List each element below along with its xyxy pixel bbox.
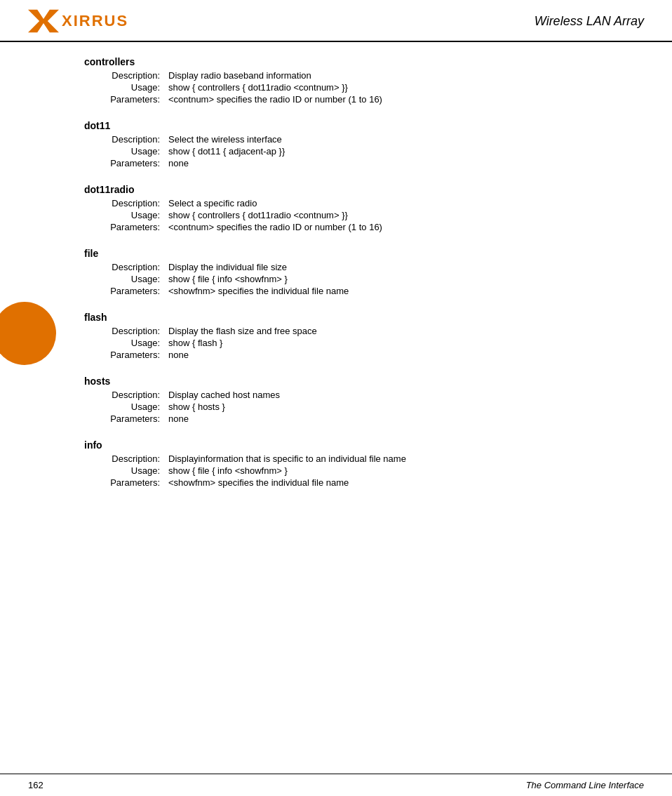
description-value-file: Display the individual file size (168, 262, 287, 272)
parameters-label-dot11: Parameters: (98, 158, 168, 168)
footer-page-number: 162 (28, 780, 43, 790)
svg-marker-0 (28, 10, 59, 32)
parameters-label-dot11radio: Parameters: (98, 222, 168, 232)
usage-label-dot11radio: Usage: (98, 210, 168, 220)
usage-value-controllers: show { controllers { dot11radio <contnum… (168, 82, 348, 93)
command-dot11radio: dot11radio Description: Select a specifi… (84, 184, 644, 232)
description-label-hosts: Description: (98, 390, 168, 400)
command-file: file Description: Display the individual… (84, 248, 644, 296)
parameters-label-flash: Parameters: (98, 350, 168, 360)
command-name-info: info (84, 439, 644, 451)
usage-value-dot11: show { dot11 { adjacent-ap }} (168, 146, 285, 157)
command-name-hosts: hosts (84, 376, 644, 387)
description-value-dot11: Select the wireless interface (168, 134, 282, 145)
usage-row-dot11radio: Usage: show { controllers { dot11radio <… (98, 210, 644, 220)
parameters-label-info: Parameters: (98, 477, 168, 488)
usage-row-dot11: Usage: show { dot11 { adjacent-ap }} (98, 146, 644, 157)
parameters-row-info: Parameters: <showfnm> specifies the indi… (98, 477, 644, 488)
description-value-hosts: Display cached host names (168, 390, 280, 400)
description-row-hosts: Description: Display cached host names (98, 390, 644, 400)
page-header: XIRRUS Wireless LAN Array (0, 0, 672, 42)
description-label-info: Description: (98, 453, 168, 464)
command-hosts: hosts Description: Display cached host n… (84, 376, 644, 424)
description-value-dot11radio: Select a specific radio (168, 198, 257, 208)
command-name-file: file (84, 248, 644, 259)
header-title: Wireless LAN Array (535, 14, 644, 29)
command-name-flash: flash (84, 312, 644, 323)
description-value-controllers: Display radio baseband information (168, 70, 311, 81)
usage-label-hosts: Usage: (98, 402, 168, 412)
usage-row-info: Usage: show { file { info <showfnm> } (98, 465, 644, 476)
parameters-value-file: <showfnm> specifies the individual file … (168, 286, 349, 296)
description-label-controllers: Description: (98, 70, 168, 81)
command-details-dot11radio: Description: Select a specific radio Usa… (98, 198, 644, 232)
usage-value-flash: show { flash } (168, 338, 222, 348)
page-footer: 162 The Command Line Interface (0, 774, 672, 796)
command-dot11: dot11 Description: Select the wireless i… (84, 120, 644, 168)
description-row-controllers: Description: Display radio baseband info… (98, 70, 644, 81)
command-details-file: Description: Display the individual file… (98, 262, 644, 296)
usage-row-hosts: Usage: show { hosts } (98, 402, 644, 412)
usage-row-controllers: Usage: show { controllers { dot11radio <… (98, 82, 644, 93)
parameters-row-dot11radio: Parameters: <contnum> specifies the radi… (98, 222, 644, 232)
usage-value-dot11radio: show { controllers { dot11radio <contnum… (168, 210, 348, 220)
parameters-row-controllers: Parameters: <contnum> specifies the radi… (98, 94, 644, 105)
logo: XIRRUS (28, 8, 128, 34)
parameters-row-flash: Parameters: none (98, 350, 644, 360)
description-row-flash: Description: Display the flash size and … (98, 326, 644, 336)
command-name-dot11: dot11 (84, 120, 644, 131)
parameters-label-hosts: Parameters: (98, 413, 168, 424)
logo-text: XIRRUS (62, 12, 128, 30)
description-row-file: Description: Display the individual file… (98, 262, 644, 272)
command-details-info: Description: Displayinformation that is … (98, 453, 644, 488)
parameters-value-hosts: none (168, 413, 189, 424)
command-details-flash: Description: Display the flash size and … (98, 326, 644, 360)
xirrus-logo-icon (28, 8, 59, 34)
description-label-dot11radio: Description: (98, 198, 168, 208)
command-details-dot11: Description: Select the wireless interfa… (98, 134, 644, 168)
command-info: info Description: Displayinformation tha… (84, 439, 644, 488)
usage-row-file: Usage: show { file { info <showfnm> } (98, 274, 644, 284)
description-row-dot11: Description: Select the wireless interfa… (98, 134, 644, 145)
parameters-value-dot11: none (168, 158, 189, 168)
usage-label-flash: Usage: (98, 338, 168, 348)
parameters-value-flash: none (168, 350, 189, 360)
parameters-value-controllers: <contnum> specifies the radio ID or numb… (168, 94, 382, 105)
description-label-dot11: Description: (98, 134, 168, 145)
usage-label-file: Usage: (98, 274, 168, 284)
description-label-flash: Description: (98, 326, 168, 336)
command-details-controllers: Description: Display radio baseband info… (98, 70, 644, 105)
command-name-dot11radio: dot11radio (84, 184, 644, 195)
description-value-flash: Display the flash size and free space (168, 326, 317, 336)
description-row-dot11radio: Description: Select a specific radio (98, 198, 644, 208)
parameters-value-info: <showfnm> specifies the individual file … (168, 477, 349, 488)
usage-value-file: show { file { info <showfnm> } (168, 274, 288, 284)
command-controllers: controllers Description: Display radio b… (84, 56, 644, 105)
description-value-info: Displayinformation that is specific to a… (168, 453, 406, 464)
usage-label-info: Usage: (98, 465, 168, 476)
usage-row-flash: Usage: show { flash } (98, 338, 644, 348)
parameters-row-dot11: Parameters: none (98, 158, 644, 168)
footer-section-name: The Command Line Interface (526, 780, 644, 790)
main-content: controllers Description: Display radio b… (0, 42, 672, 517)
description-row-info: Description: Displayinformation that is … (98, 453, 644, 464)
usage-value-info: show { file { info <showfnm> } (168, 465, 288, 476)
command-details-hosts: Description: Display cached host names U… (98, 390, 644, 424)
parameters-label-controllers: Parameters: (98, 94, 168, 105)
usage-label-controllers: Usage: (98, 82, 168, 93)
usage-label-dot11: Usage: (98, 146, 168, 157)
parameters-row-file: Parameters: <showfnm> specifies the indi… (98, 286, 644, 296)
parameters-value-dot11radio: <contnum> specifies the radio ID or numb… (168, 222, 382, 232)
usage-value-hosts: show { hosts } (168, 402, 225, 412)
command-flash: flash Description: Display the flash siz… (84, 312, 644, 360)
description-label-file: Description: (98, 262, 168, 272)
parameters-label-file: Parameters: (98, 286, 168, 296)
parameters-row-hosts: Parameters: none (98, 413, 644, 424)
command-name-controllers: controllers (84, 56, 644, 67)
